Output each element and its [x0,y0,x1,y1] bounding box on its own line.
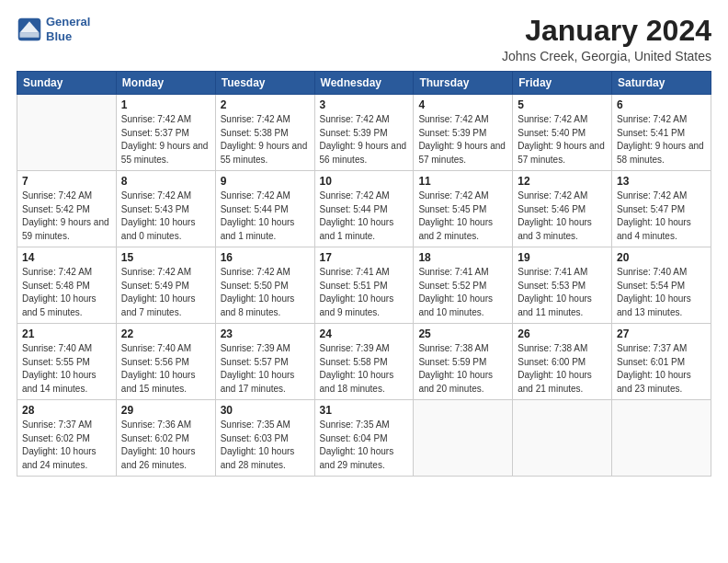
day-cell: 21Sunrise: 7:40 AMSunset: 5:55 PMDayligh… [17,324,117,400]
svg-rect-2 [20,32,40,37]
daylight-text: Daylight: 10 hours and 23 minutes. [617,370,691,394]
col-saturday: Saturday [612,72,711,95]
sunset-text: Sunset: 5:52 PM [418,281,486,291]
sunset-text: Sunset: 5:47 PM [617,204,685,214]
day-number: 2 [221,98,310,111]
logo-line1: General [46,15,90,29]
day-info: Sunrise: 7:42 AMSunset: 5:44 PMDaylight:… [320,190,409,243]
daylight-text: Daylight: 10 hours and 29 minutes. [320,446,394,470]
day-cell: 29Sunrise: 7:36 AMSunset: 6:02 PMDayligh… [116,400,215,477]
day-info: Sunrise: 7:40 AMSunset: 5:56 PMDaylight:… [121,342,210,396]
sunrise-text: Sunrise: 7:42 AM [221,190,290,201]
sunrise-text: Sunrise: 7:40 AM [121,343,191,353]
day-info: Sunrise: 7:42 AMSunset: 5:39 PMDaylight:… [418,113,507,167]
day-number: 8 [121,175,210,188]
sunset-text: Sunset: 5:39 PM [418,128,486,138]
day-info: Sunrise: 7:38 AMSunset: 5:59 PMDaylight:… [418,342,507,396]
day-info: Sunrise: 7:35 AMSunset: 6:04 PMDaylight:… [320,419,409,472]
daylight-text: Daylight: 10 hours and 10 minutes. [418,293,493,317]
daylight-text: Daylight: 10 hours and 0 minutes. [121,217,196,241]
day-cell: 30Sunrise: 7:35 AMSunset: 6:03 PMDayligh… [215,400,314,477]
daylight-text: Daylight: 10 hours and 9 minutes. [320,293,394,317]
week-row-3: 14Sunrise: 7:42 AMSunset: 5:48 PMDayligh… [17,247,711,324]
day-number: 19 [518,251,607,264]
day-cell: 8Sunrise: 7:42 AMSunset: 5:43 PMDaylight… [116,171,215,247]
sunrise-text: Sunrise: 7:35 AM [320,419,390,430]
logo: General Blue [17,15,90,43]
day-info: Sunrise: 7:42 AMSunset: 5:40 PMDaylight:… [518,113,607,167]
sunset-text: Sunset: 5:58 PM [320,357,388,367]
day-cell: 9Sunrise: 7:42 AMSunset: 5:44 PMDaylight… [215,171,314,247]
day-cell [612,400,711,477]
day-cell: 16Sunrise: 7:42 AMSunset: 5:50 PMDayligh… [215,247,314,324]
day-number: 10 [320,175,409,188]
day-cell: 19Sunrise: 7:41 AMSunset: 5:53 PMDayligh… [513,247,612,324]
daylight-text: Daylight: 10 hours and 11 minutes. [518,293,592,317]
day-number: 26 [518,327,607,340]
sunrise-text: Sunrise: 7:42 AM [121,267,191,277]
day-info: Sunrise: 7:42 AMSunset: 5:47 PMDaylight:… [617,190,706,243]
col-monday: Monday [116,72,215,95]
day-info: Sunrise: 7:42 AMSunset: 5:42 PMDaylight:… [22,190,111,243]
day-number: 13 [617,175,706,188]
sunrise-text: Sunrise: 7:41 AM [418,267,488,277]
day-number: 3 [320,98,409,111]
sunset-text: Sunset: 5:53 PM [518,281,586,291]
day-info: Sunrise: 7:42 AMSunset: 5:41 PMDaylight:… [617,113,706,167]
sunrise-text: Sunrise: 7:39 AM [221,343,290,353]
day-number: 11 [418,175,507,188]
sunrise-text: Sunrise: 7:39 AM [320,343,390,353]
daylight-text: Daylight: 9 hours and 57 minutes. [518,141,605,165]
day-number: 6 [617,98,706,111]
daylight-text: Daylight: 10 hours and 21 minutes. [518,370,592,394]
sunrise-text: Sunrise: 7:42 AM [22,190,92,201]
day-number: 1 [121,98,210,111]
day-info: Sunrise: 7:39 AMSunset: 5:57 PMDaylight:… [221,342,310,396]
sunrise-text: Sunrise: 7:41 AM [518,267,587,277]
day-info: Sunrise: 7:37 AMSunset: 6:01 PMDaylight:… [617,342,706,396]
sunset-text: Sunset: 5:50 PM [221,281,289,291]
day-cell: 28Sunrise: 7:37 AMSunset: 6:02 PMDayligh… [17,400,117,477]
daylight-text: Daylight: 9 hours and 55 minutes. [121,141,209,165]
day-cell [513,400,612,477]
day-number: 14 [22,251,111,264]
day-cell: 23Sunrise: 7:39 AMSunset: 5:57 PMDayligh… [215,324,314,400]
day-number: 15 [121,251,210,264]
sunset-text: Sunset: 5:42 PM [22,204,90,214]
sunrise-text: Sunrise: 7:40 AM [617,267,687,277]
day-number: 4 [418,98,507,111]
day-info: Sunrise: 7:42 AMSunset: 5:43 PMDaylight:… [121,190,210,243]
sunrise-text: Sunrise: 7:36 AM [121,419,191,430]
page: General Blue January 2024 Johns Creek, G… [0,0,728,563]
day-info: Sunrise: 7:42 AMSunset: 5:38 PMDaylight:… [221,113,310,167]
sunset-text: Sunset: 6:00 PM [518,357,586,367]
day-number: 24 [320,327,409,340]
sunrise-text: Sunrise: 7:42 AM [221,267,290,277]
day-info: Sunrise: 7:42 AMSunset: 5:48 PMDaylight:… [22,266,111,319]
sunrise-text: Sunrise: 7:42 AM [320,190,390,201]
daylight-text: Daylight: 9 hours and 56 minutes. [320,141,407,165]
sunset-text: Sunset: 5:37 PM [121,128,189,138]
sunset-text: Sunset: 5:38 PM [221,128,289,138]
sunset-text: Sunset: 5:56 PM [121,357,189,367]
day-cell: 1Sunrise: 7:42 AMSunset: 5:37 PMDaylight… [116,95,215,171]
day-info: Sunrise: 7:40 AMSunset: 5:54 PMDaylight:… [617,266,706,319]
daylight-text: Daylight: 10 hours and 14 minutes. [22,370,97,394]
day-cell: 10Sunrise: 7:42 AMSunset: 5:44 PMDayligh… [314,171,414,247]
daylight-text: Daylight: 10 hours and 4 minutes. [617,217,691,241]
sunset-text: Sunset: 6:04 PM [320,433,388,443]
sunrise-text: Sunrise: 7:42 AM [121,114,191,124]
day-cell: 11Sunrise: 7:42 AMSunset: 5:45 PMDayligh… [414,171,513,247]
sunrise-text: Sunrise: 7:42 AM [518,114,587,124]
header: General Blue January 2024 Johns Creek, G… [17,15,711,63]
day-cell: 7Sunrise: 7:42 AMSunset: 5:42 PMDaylight… [17,171,117,247]
day-info: Sunrise: 7:40 AMSunset: 5:55 PMDaylight:… [22,342,111,396]
day-number: 5 [518,98,607,111]
day-number: 31 [320,404,409,417]
sunset-text: Sunset: 5:40 PM [518,128,586,138]
day-cell: 15Sunrise: 7:42 AMSunset: 5:49 PMDayligh… [116,247,215,324]
day-info: Sunrise: 7:42 AMSunset: 5:46 PMDaylight:… [518,190,607,243]
sunset-text: Sunset: 5:44 PM [221,204,289,214]
sunrise-text: Sunrise: 7:42 AM [518,190,587,201]
day-info: Sunrise: 7:41 AMSunset: 5:53 PMDaylight:… [518,266,607,319]
